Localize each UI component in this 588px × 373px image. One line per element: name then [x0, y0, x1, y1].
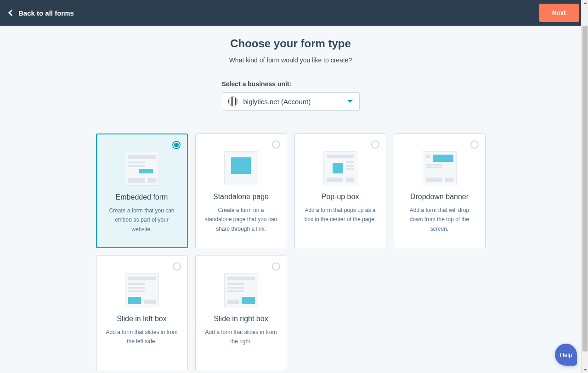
thumbnail-standalone-icon	[224, 151, 258, 185]
business-unit-logo-icon	[228, 96, 238, 106]
form-type-card-slide-right[interactable]: Slide in right box Add a form that slide…	[195, 256, 287, 370]
back-to-forms-link[interactable]: Back to all forms	[9, 9, 74, 17]
card-title: Embedded form	[104, 193, 180, 201]
thumbnail-slide-right-icon	[224, 273, 258, 307]
form-type-card-slide-left[interactable]: Slide in left box Add a form that slides…	[96, 256, 188, 370]
radio-selected-icon	[172, 141, 181, 149]
form-type-card-embedded[interactable]: Embedded form Create a form that you can…	[96, 134, 188, 248]
business-unit-selected: biglytics.net (Account)	[243, 98, 311, 106]
thumbnail-popup-icon	[323, 151, 357, 185]
thumbnail-dropdown-icon	[423, 151, 457, 185]
back-label: Back to all forms	[18, 9, 74, 17]
card-desc: Create a form on a standalone page that …	[203, 206, 279, 234]
main-content: Choose your form type What kind of form …	[0, 26, 581, 373]
page-subtitle: What kind of form would you like to crea…	[0, 56, 581, 64]
radio-icon	[272, 262, 280, 271]
chevron-left-icon	[8, 10, 15, 16]
help-button[interactable]: Help	[555, 344, 577, 366]
card-desc: Create a form that you can embed as part…	[104, 206, 180, 234]
form-type-card-popup[interactable]: Pop-up box Add a form that pops up as a …	[294, 134, 386, 248]
card-desc: Add a form that slides in from the left …	[104, 328, 180, 346]
business-unit-section: Select a business unit: biglytics.net (A…	[0, 80, 581, 111]
radio-icon	[371, 140, 379, 149]
card-title: Slide in right box	[203, 315, 279, 323]
card-title: Dropdown banner	[401, 193, 478, 201]
page-title: Choose your form type	[0, 37, 581, 50]
business-unit-label: Select a business unit:	[222, 80, 360, 88]
help-label: Help	[560, 351, 572, 358]
card-title: Pop-up box	[302, 193, 379, 201]
next-button[interactable]: Next	[539, 4, 579, 22]
thumbnail-embedded-icon	[125, 152, 159, 186]
radio-icon	[470, 140, 479, 149]
form-type-card-standalone[interactable]: Standalone page Create a form on a stand…	[195, 134, 287, 248]
form-type-grid: Embedded form Create a form that you can…	[96, 134, 486, 373]
card-desc: Add a form that will drop down from the …	[401, 206, 478, 234]
card-desc: Add a form that slides in from the right…	[203, 328, 279, 346]
thumbnail-slide-left-icon	[125, 273, 159, 307]
scrollbar-thumb[interactable]	[582, 26, 588, 351]
card-desc: Add a form that pops up as a box in the …	[302, 206, 379, 224]
radio-icon	[272, 140, 280, 149]
scroll-down-icon	[583, 369, 587, 371]
scroll-up-icon	[583, 2, 587, 4]
business-unit-select[interactable]: biglytics.net (Account)	[222, 92, 360, 111]
caret-down-icon	[347, 100, 353, 103]
card-title: Standalone page	[203, 193, 279, 201]
header-bar: Back to all forms Next	[0, 0, 588, 26]
form-type-card-dropdown[interactable]: Dropdown banner Add a form that will dro…	[394, 134, 486, 248]
scrollbar[interactable]	[581, 0, 588, 373]
radio-icon	[173, 262, 181, 271]
card-title: Slide in left box	[104, 315, 180, 323]
